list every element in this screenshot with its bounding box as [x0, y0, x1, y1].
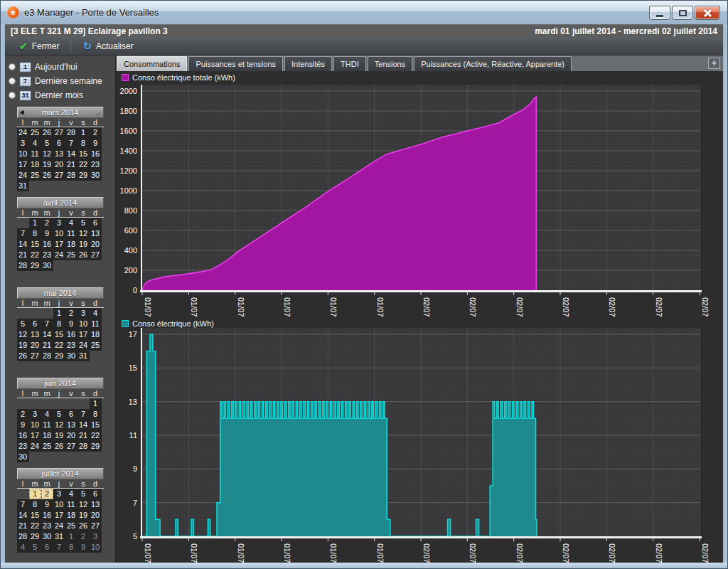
calendar-day[interactable]: 27: [90, 250, 102, 260]
calendar-day[interactable]: 23: [41, 521, 53, 531]
calendar-day[interactable]: 6: [90, 218, 102, 228]
tab-consommations[interactable]: Consommations: [117, 56, 187, 71]
maximize-button[interactable]: [672, 6, 693, 20]
calendar-day[interactable]: 30: [17, 452, 29, 462]
calendar-day[interactable]: 8: [53, 319, 65, 329]
calendar-day[interactable]: 25: [65, 250, 77, 260]
calendar-day[interactable]: 5: [77, 489, 90, 499]
calendar-day[interactable]: 11: [90, 319, 102, 329]
calendar-day[interactable]: 7: [41, 319, 53, 329]
calendar-day[interactable]: 31: [77, 351, 90, 361]
calendar-day[interactable]: 12: [77, 228, 90, 239]
calendar-day[interactable]: 16: [90, 149, 102, 159]
calendar-day[interactable]: 12: [53, 420, 65, 430]
calendar-day[interactable]: 2: [41, 218, 53, 228]
calendar-day[interactable]: 19: [17, 340, 29, 351]
calendar-day[interactable]: 11: [65, 228, 77, 239]
calendar-day[interactable]: 27: [90, 521, 102, 531]
calendar-day[interactable]: 6: [41, 542, 53, 553]
calendar-day[interactable]: 9: [41, 499, 53, 510]
calendar-day[interactable]: 28: [77, 441, 90, 452]
calendar-day[interactable]: 16: [41, 239, 53, 250]
calendar-day[interactable]: 4: [17, 542, 29, 553]
calendar-day[interactable]: 26: [41, 127, 53, 138]
calendar-day[interactable]: 26: [77, 250, 90, 260]
calendar-day[interactable]: 28: [17, 531, 29, 542]
calendar-day[interactable]: 3: [90, 531, 102, 542]
calendar-day[interactable]: 10: [90, 542, 102, 553]
calendar-day-selected[interactable]: 2: [41, 489, 53, 499]
calendar-day[interactable]: 4: [29, 138, 41, 149]
calendar-day[interactable]: 7: [77, 409, 90, 420]
calendar-day[interactable]: 8: [77, 138, 90, 149]
actualiser-button[interactable]: ↻ Actualiser: [75, 38, 140, 55]
calendar-next-icon[interactable]: ▶: [96, 107, 100, 117]
calendar-day[interactable]: 8: [90, 409, 102, 420]
calendar-day[interactable]: 17: [77, 329, 90, 340]
calendar-day[interactable]: 18: [65, 239, 77, 250]
minimize-button[interactable]: [649, 6, 670, 20]
calendar-day[interactable]: 2: [65, 308, 77, 319]
tab-thdi[interactable]: THDI: [333, 56, 366, 71]
calendar-day[interactable]: 13: [90, 499, 102, 510]
calendar-day[interactable]: 21: [17, 250, 29, 260]
calendar-day[interactable]: 22: [29, 521, 41, 531]
calendar-day[interactable]: 8: [29, 499, 41, 510]
calendar-day[interactable]: 23: [65, 340, 77, 351]
calendar-day[interactable]: 2: [17, 409, 29, 420]
calendar-day[interactable]: 7: [17, 228, 29, 239]
tab-puissances-et-tensions[interactable]: Puissances et tensions: [188, 56, 283, 71]
calendar-day[interactable]: 2: [90, 127, 102, 138]
calendar-day[interactable]: 30: [65, 351, 77, 361]
calendar-day[interactable]: 28: [17, 260, 29, 271]
calendar-day[interactable]: 19: [77, 239, 90, 250]
range-aujourd-hui[interactable]: 1Aujourd'hui: [5, 60, 115, 74]
calendar-day[interactable]: 10: [17, 149, 29, 159]
tab-tensions[interactable]: Tensions: [368, 56, 412, 71]
calendar-day[interactable]: 4: [65, 489, 77, 499]
calendar-day[interactable]: 22: [77, 159, 90, 170]
calendar-day[interactable]: 29: [29, 531, 41, 542]
calendar-day[interactable]: 10: [53, 228, 65, 239]
calendar-day[interactable]: 23: [41, 250, 53, 260]
calendar-day[interactable]: 11: [41, 420, 53, 430]
calendar-day[interactable]: 29: [53, 351, 65, 361]
calendar-day[interactable]: 18: [90, 329, 102, 340]
calendar-day[interactable]: 10: [53, 499, 65, 510]
calendar-day[interactable]: 12: [41, 149, 53, 159]
calendar-day[interactable]: 26: [17, 351, 29, 361]
calendar-day[interactable]: 14: [41, 329, 53, 340]
calendar-day[interactable]: 21: [65, 159, 77, 170]
calendar-day[interactable]: 14: [17, 239, 29, 250]
calendar-day[interactable]: 18: [65, 510, 77, 521]
calendar-day[interactable]: 5: [17, 319, 29, 329]
calendar-day[interactable]: 5: [77, 218, 90, 228]
calendar-day[interactable]: 5: [41, 138, 53, 149]
calendar-day[interactable]: 23: [90, 159, 102, 170]
calendar-day[interactable]: 29: [90, 441, 102, 452]
calendar-day[interactable]: 24: [77, 340, 90, 351]
calendar-day[interactable]: 21: [17, 521, 29, 531]
calendar-day[interactable]: 6: [53, 138, 65, 149]
calendar-day[interactable]: 26: [77, 521, 90, 531]
close-button[interactable]: [695, 6, 720, 20]
calendar-day[interactable]: 24: [17, 127, 29, 138]
calendar-day[interactable]: 7: [53, 542, 65, 553]
calendar-day[interactable]: 24: [17, 170, 29, 181]
calendar-day[interactable]: 19: [41, 159, 53, 170]
calendar-day[interactable]: 15: [29, 510, 41, 521]
calendar-day[interactable]: 26: [53, 441, 65, 452]
calendar-day[interactable]: 7: [17, 499, 29, 510]
calendar-day[interactable]: 11: [29, 149, 41, 159]
calendar-day[interactable]: 28: [41, 351, 53, 361]
calendar-day[interactable]: 22: [90, 430, 102, 441]
calendar-day[interactable]: 22: [53, 340, 65, 351]
calendar-day[interactable]: 20: [90, 239, 102, 250]
calendar-day[interactable]: 14: [17, 510, 29, 521]
calendar-day[interactable]: 21: [41, 340, 53, 351]
calendar-day[interactable]: 3: [53, 218, 65, 228]
calendar-day-selected[interactable]: 1: [29, 489, 41, 499]
calendar-day[interactable]: 12: [17, 329, 29, 340]
calendar-day[interactable]: 26: [41, 170, 53, 181]
calendar-day[interactable]: 9: [77, 542, 90, 553]
